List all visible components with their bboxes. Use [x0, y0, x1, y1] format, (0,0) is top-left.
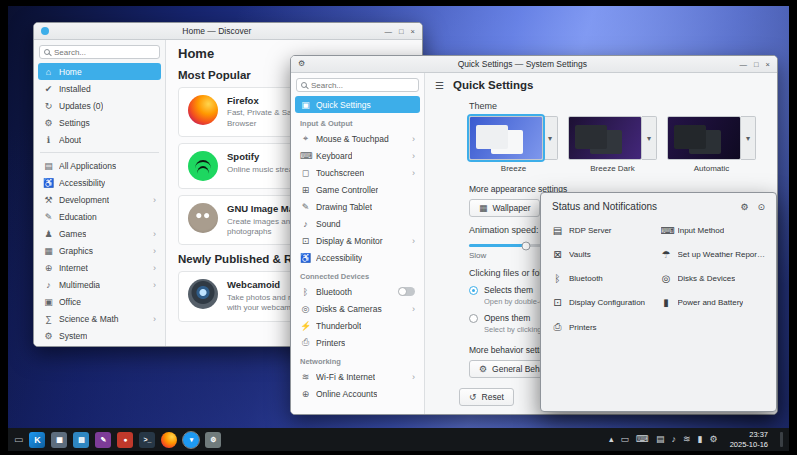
settings-nav-item[interactable]: ≋Wi-Fi & Internet›: [295, 368, 420, 385]
settings-search-input[interactable]: [311, 81, 414, 90]
radio-button[interactable]: [469, 286, 478, 295]
keyboard-layout-icon[interactable]: ⌨: [636, 435, 649, 444]
display-icon[interactable]: ▭: [621, 435, 630, 444]
settings-item-icon: ⊡: [300, 236, 311, 246]
discover-category[interactable]: ⊕Internet›: [38, 259, 161, 276]
discover-category[interactable]: ▣Office: [38, 293, 161, 310]
popup-item[interactable]: ⎙Printers: [552, 321, 657, 333]
close-button[interactable]: ×: [411, 27, 415, 36]
wallpaper-button[interactable]: ▦ Wallpaper: [469, 199, 540, 217]
discover-nav-home[interactable]: ⌂Home: [38, 63, 161, 80]
category-icon: ⊕: [43, 263, 54, 273]
settings-nav-item[interactable]: ⌨Keyboard›: [295, 147, 420, 164]
settings-nav-item[interactable]: ⊡Display & Monitor›: [295, 232, 420, 249]
theme-card-dark[interactable]: ▾Breeze Dark: [568, 116, 657, 173]
file-manager-taskbar-icon[interactable]: ▤: [73, 432, 89, 448]
konsole-taskbar-icon[interactable]: >_: [139, 432, 155, 448]
radio-button[interactable]: [469, 314, 478, 323]
popup-item[interactable]: ⊡Display Configuration: [552, 297, 657, 308]
gimp-app-icon: [188, 203, 218, 233]
discover-category[interactable]: ⚒Development›: [38, 191, 161, 208]
chat-taskbar-icon[interactable]: ●: [117, 432, 133, 448]
settings-nav-item[interactable]: ⊕Online Accounts: [295, 385, 420, 402]
settings-nav-item[interactable]: ♿Accessibility: [295, 249, 420, 266]
discover-category[interactable]: ∑Science & Math›: [38, 310, 161, 327]
settings-titlebar[interactable]: ⚙ Quick Settings — System Settings — □ ×: [291, 56, 777, 73]
network-icon[interactable]: ≋: [683, 435, 691, 444]
theme-dropdown-button[interactable]: ▾: [741, 116, 756, 160]
hamburger-icon[interactable]: ☰: [435, 80, 444, 91]
theme-dropdown-button[interactable]: ▾: [543, 116, 558, 160]
popup-item[interactable]: ☂Set up Weather Report…: [661, 249, 766, 260]
volume-icon[interactable]: ♪: [672, 435, 677, 444]
discover-nav-settings[interactable]: ⚙Settings: [38, 114, 161, 131]
panel-edge-handle[interactable]: [780, 432, 783, 447]
slider-handle[interactable]: [522, 241, 531, 250]
system-settings-taskbar-icon[interactable]: ⚙: [205, 432, 221, 448]
theme-dropdown-button[interactable]: ▾: [642, 116, 657, 160]
discover-category[interactable]: ▤All Applications: [38, 157, 161, 174]
printers-icon: ⎙: [552, 321, 563, 333]
bluetooth-toggle[interactable]: [398, 287, 415, 296]
configure-icon[interactable]: ⚙: [740, 202, 748, 212]
popup-item[interactable]: ◎Disks & Devices: [661, 273, 766, 284]
theme-thumbnail[interactable]: [667, 116, 741, 160]
discover-nav-updates[interactable]: ↻Updates (0): [38, 97, 161, 114]
show-desktop-icon[interactable]: ▭: [14, 434, 23, 445]
digital-clock[interactable]: 23:37 2025-10-16: [730, 430, 768, 449]
popup-item[interactable]: ▮Power and Battery: [661, 297, 766, 308]
maximize-button[interactable]: □: [399, 27, 404, 36]
settings-nav-item[interactable]: ⎙Printers: [295, 334, 420, 351]
popup-item[interactable]: ⌨Input Method: [661, 225, 766, 236]
settings-search[interactable]: [296, 78, 419, 92]
settings-nav-item[interactable]: ⊞Game Controller: [295, 181, 420, 198]
theme-thumbnail[interactable]: [568, 116, 642, 160]
popup-item[interactable]: ᛒBluetooth: [552, 273, 657, 284]
text-editor-taskbar-icon[interactable]: ✎: [95, 432, 111, 448]
tray-expand-icon[interactable]: ▴: [609, 435, 614, 444]
discover-category[interactable]: ♟Games›: [38, 225, 161, 242]
battery-icon[interactable]: ▮: [698, 435, 703, 444]
settings-nav-item[interactable]: ✎Drawing Tablet: [295, 198, 420, 215]
theme-card-auto[interactable]: ▾Automatic: [667, 116, 756, 173]
pin-icon[interactable]: ⊙: [757, 202, 765, 212]
settings-nav-item[interactable]: ⚡Thunderbolt: [295, 317, 420, 334]
popup-item-label: Set up Weather Report…: [678, 250, 766, 259]
discover-search[interactable]: [39, 45, 160, 59]
theme-card-light[interactable]: ▾Breeze: [469, 116, 558, 173]
popup-item[interactable]: ⊠Vaults: [552, 249, 657, 260]
discover-category[interactable]: ♿Accessibility: [38, 174, 161, 191]
settings-nav-item[interactable]: ◎Disks & Cameras›: [295, 300, 420, 317]
popup-item-label: Display Configuration: [569, 298, 645, 307]
discover-nav-installed[interactable]: ✔Installed: [38, 80, 161, 97]
clipboard-icon[interactable]: ▤: [656, 435, 665, 444]
settings-nav-item[interactable]: ⌖Mouse & Touchpad›: [295, 130, 420, 147]
settings-nav-item[interactable]: ♪Sound: [295, 215, 420, 232]
minimize-button[interactable]: —: [740, 60, 748, 69]
reset-button[interactable]: ↺ Reset: [459, 388, 514, 406]
settings-nav-item[interactable]: ᛒBluetooth: [295, 283, 420, 300]
settings-item-label: Accessibility: [316, 253, 362, 263]
firefox-taskbar-icon[interactable]: [161, 432, 177, 448]
discover-category[interactable]: ✎Education: [38, 208, 161, 225]
close-button[interactable]: ×: [766, 60, 770, 69]
discover-nav-about[interactable]: ℹAbout: [38, 131, 161, 148]
settings-tray-icon[interactable]: ⚙: [710, 435, 718, 444]
settings-nav-quick-settings[interactable]: ▣ Quick Settings: [295, 96, 420, 113]
webcamoid-app-icon: [188, 279, 218, 309]
taskbar: ▭ K ▦▤✎●>_▾⚙ ▴▭⌨▤♪≋▮⚙ 23:37 2025-10-16: [8, 428, 789, 451]
discover-taskbar-icon[interactable]: ▾: [183, 432, 199, 448]
discover-titlebar[interactable]: Home — Discover — □ ×: [34, 23, 422, 40]
maximize-button[interactable]: □: [754, 60, 759, 69]
discover-search-input[interactable]: [54, 48, 155, 57]
theme-thumbnail[interactable]: [469, 116, 543, 160]
disks-devices-icon: ◎: [661, 273, 672, 284]
discover-category[interactable]: ♪Multimedia›: [38, 276, 161, 293]
popup-item[interactable]: ▤RDP Server: [552, 225, 657, 236]
virtual-desktop-pager-taskbar-icon[interactable]: ▦: [51, 432, 67, 448]
application-launcher-button[interactable]: K: [29, 432, 45, 448]
minimize-button[interactable]: —: [385, 27, 393, 36]
discover-category[interactable]: ▦Graphics›: [38, 242, 161, 259]
settings-nav-item[interactable]: ◻Touchscreen›: [295, 164, 420, 181]
discover-category[interactable]: ⚙System: [38, 327, 161, 344]
